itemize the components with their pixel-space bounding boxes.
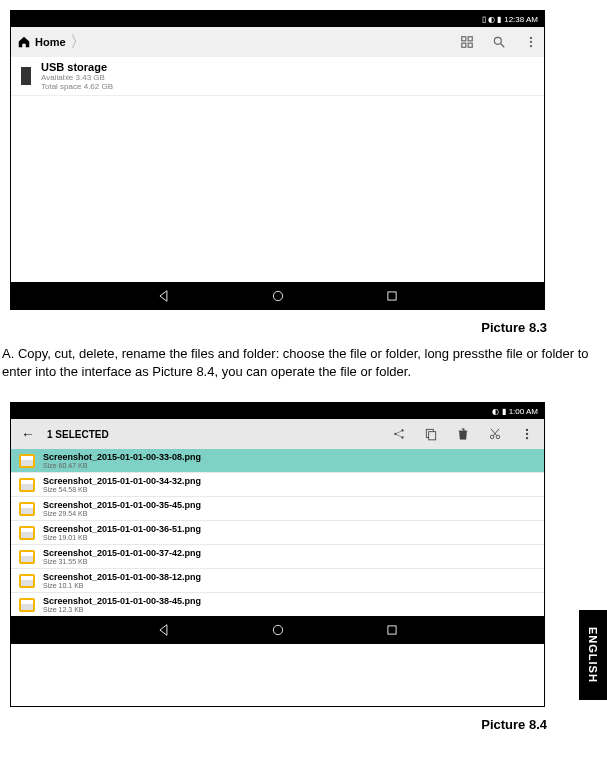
usb-icon (21, 67, 31, 85)
chevron-right-icon: 〉 (70, 32, 86, 53)
nav-bar (11, 616, 544, 644)
file-row[interactable]: Screenshot_2015-01-01-00-36-51.pngSize 1… (11, 521, 544, 544)
file-row[interactable]: Screenshot_2015-01-01-00-35-45.pngSize 2… (11, 497, 544, 520)
caption-8-4: Picture 8.4 (0, 717, 547, 732)
home-nav-icon[interactable] (271, 289, 285, 303)
grid-icon[interactable] (460, 35, 474, 49)
menu-icon[interactable] (524, 35, 538, 49)
file-name: Screenshot_2015-01-01-00-35-45.png (43, 500, 201, 510)
file-name: Screenshot_2015-01-01-00-33-08.png (43, 452, 201, 462)
delete-icon[interactable] (456, 427, 470, 441)
file-row[interactable]: Screenshot_2015-01-01-00-38-12.pngSize 1… (11, 569, 544, 592)
share-icon[interactable] (392, 427, 406, 441)
action-icons (392, 427, 534, 441)
copy-icon[interactable] (424, 427, 438, 441)
app-bar: Home 〉 (11, 27, 544, 57)
svg-point-11 (394, 433, 396, 435)
back-icon[interactable] (157, 289, 171, 303)
status-bar: ▯ ◐ ▮ 12:38 AM (11, 11, 544, 27)
svg-rect-17 (429, 432, 436, 440)
cut-icon[interactable] (488, 427, 502, 441)
svg-line-14 (397, 431, 402, 433)
file-list: Screenshot_2015-01-01-00-33-08.pngSize 6… (11, 449, 544, 616)
file-size: Size 31.55 KB (43, 558, 201, 565)
caption-8-3: Picture 8.3 (0, 320, 547, 335)
file-icon (19, 598, 35, 612)
home-icon (17, 35, 31, 49)
breadcrumb[interactable]: Home 〉 (17, 32, 86, 53)
file-icon (19, 478, 35, 492)
svg-rect-10 (387, 292, 395, 300)
home-nav-icon[interactable] (271, 623, 285, 637)
selection-bar: ← 1 SELECTED (11, 419, 544, 449)
file-icon (19, 502, 35, 516)
svg-point-25 (273, 625, 282, 634)
file-size: Size 19.01 KB (43, 534, 201, 541)
back-button[interactable]: ← (21, 426, 35, 442)
menu-icon[interactable] (520, 427, 534, 441)
svg-point-13 (401, 436, 403, 438)
screenshot-file-selection: ◐ ▮ 1:00 AM ← 1 SELECTED Screenshot_2015… (10, 402, 545, 707)
file-size: Size 12.3 KB (43, 606, 201, 613)
storage-total: Total space 4.62 GB (41, 82, 113, 91)
language-tab[interactable]: ENGLISH (579, 610, 607, 700)
svg-point-12 (401, 429, 403, 431)
nav-bar (11, 282, 544, 310)
file-name: Screenshot_2015-01-01-00-38-12.png (43, 572, 201, 582)
svg-point-23 (526, 433, 528, 435)
svg-line-5 (501, 44, 505, 48)
empty-content (11, 96, 544, 282)
file-row[interactable]: Screenshot_2015-01-01-00-38-45.pngSize 1… (11, 593, 544, 616)
status-icons: ▯ ◐ ▮ (482, 15, 501, 24)
file-row[interactable]: Screenshot_2015-01-01-00-34-32.pngSize 5… (11, 473, 544, 496)
svg-rect-1 (468, 37, 472, 41)
file-row[interactable]: Screenshot_2015-01-01-00-37-42.pngSize 3… (11, 545, 544, 568)
storage-row[interactable]: USB storage Available 3.43 GB Total spac… (11, 57, 544, 96)
search-icon[interactable] (492, 35, 506, 49)
svg-point-6 (530, 37, 532, 39)
svg-rect-3 (468, 43, 472, 47)
svg-point-7 (530, 41, 532, 43)
storage-title: USB storage (41, 61, 113, 73)
recent-icon[interactable] (385, 289, 399, 303)
screenshot-file-browser: ▯ ◐ ▮ 12:38 AM Home 〉 USB storage Availa… (10, 10, 545, 310)
svg-point-4 (494, 37, 501, 44)
status-bar: ◐ ▮ 1:00 AM (11, 403, 544, 419)
back-icon[interactable] (157, 623, 171, 637)
svg-rect-0 (462, 37, 466, 41)
file-size: Size 54.58 KB (43, 486, 201, 493)
breadcrumb-home: Home (35, 36, 66, 48)
file-size: Size 10.1 KB (43, 582, 201, 589)
file-row[interactable]: Screenshot_2015-01-01-00-33-08.pngSize 6… (11, 449, 544, 472)
storage-available: Available 3.43 GB (41, 73, 113, 82)
file-icon (19, 526, 35, 540)
status-time: 12:38 AM (504, 15, 538, 24)
svg-rect-26 (387, 626, 395, 634)
recent-icon[interactable] (385, 623, 399, 637)
file-icon (19, 550, 35, 564)
svg-point-8 (530, 45, 532, 47)
selection-count: 1 SELECTED (47, 429, 109, 440)
status-icons: ◐ ▮ (492, 407, 505, 416)
file-size: Size 29.54 KB (43, 510, 201, 517)
svg-point-9 (273, 291, 282, 300)
instruction-text: A. Copy, cut, delete, rename the files a… (0, 341, 607, 392)
svg-rect-2 (462, 43, 466, 47)
file-name: Screenshot_2015-01-01-00-34-32.png (43, 476, 201, 486)
file-icon (19, 454, 35, 468)
file-name: Screenshot_2015-01-01-00-37-42.png (43, 548, 201, 558)
svg-point-24 (526, 437, 528, 439)
svg-point-22 (526, 429, 528, 431)
file-name: Screenshot_2015-01-01-00-38-45.png (43, 596, 201, 606)
file-icon (19, 574, 35, 588)
status-time: 1:00 AM (509, 407, 538, 416)
svg-line-15 (397, 435, 402, 437)
file-size: Size 60.47 KB (43, 462, 201, 469)
file-name: Screenshot_2015-01-01-00-36-51.png (43, 524, 201, 534)
toolbar-icons (460, 35, 538, 49)
